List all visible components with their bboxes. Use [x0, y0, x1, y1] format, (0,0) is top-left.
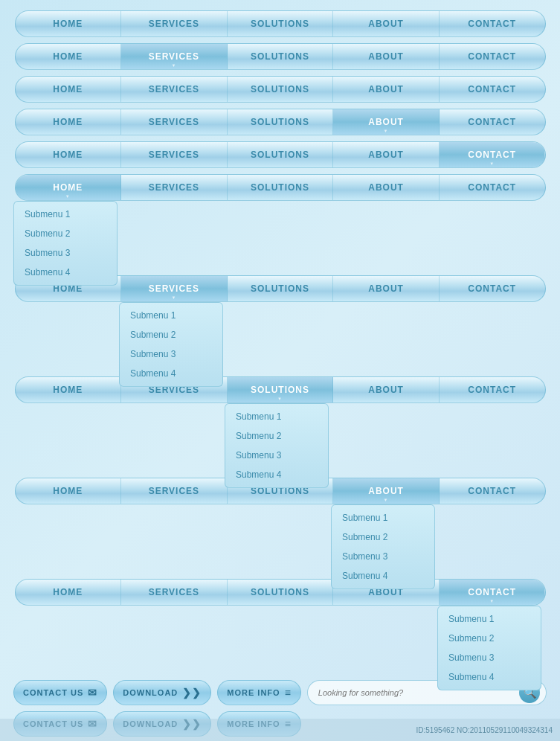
nav-row-2: HOME SERVICES SOLUTIONS ABOUT CONTACT [13, 43, 547, 70]
nav-row-4: HOME SERVICES SOLUTIONS ABOUT CONTACT [13, 109, 547, 135]
nav-home-8[interactable]: HOME [16, 377, 122, 402]
nav-contact-9[interactable]: CONTACT [440, 478, 545, 504]
nav-contact-3[interactable]: CONTACT [440, 77, 545, 102]
dropdown-home: Submenu 1 Submenu 2 Submenu 3 Submenu 4 [13, 201, 118, 286]
footer-text: ID:5195462 NO:20110529110049324314 [416, 726, 553, 734]
nav-about-8[interactable]: ABOUT [333, 377, 440, 402]
nav-about-5[interactable]: ABOUT [333, 142, 440, 167]
nav-services-5[interactable]: SERVICES [121, 142, 228, 167]
nav-solutions-6[interactable]: SOLUTIONS [228, 175, 334, 200]
nav-contact-1[interactable]: CONTACT [440, 11, 545, 36]
nav-solutions-7[interactable]: SOLUTIONS [228, 276, 334, 301]
dropdown-services: Submenu 1 Submenu 2 Submenu 3 Submenu 4 [119, 302, 223, 387]
submenu-solutions-3[interactable]: Submenu 3 [225, 446, 328, 465]
nav-services-4[interactable]: SERVICES [121, 109, 228, 135]
nav-about-6[interactable]: ABOUT [333, 175, 440, 200]
nav-contact-6[interactable]: CONTACT [440, 175, 545, 200]
nav-services-9[interactable]: SERVICES [121, 478, 228, 504]
nav-contact-7[interactable]: CONTACT [440, 276, 545, 301]
submenu-contact-4[interactable]: Submenu 4 [438, 667, 541, 687]
submenu-solutions-2[interactable]: Submenu 2 [225, 426, 328, 446]
download-icon-1: ❯❯ [182, 687, 202, 699]
nav-home-10[interactable]: HOME [16, 580, 122, 605]
dropdown-contact: Submenu 1 Submenu 2 Submenu 3 Submenu 4 [437, 606, 541, 690]
nav-home-3[interactable]: HOME [16, 77, 122, 102]
submenu-home-4[interactable]: Submenu 4 [14, 263, 117, 282]
nav-contact-10[interactable]: CONTACT [440, 580, 545, 605]
nav-services-7[interactable]: SERVICES [121, 276, 228, 301]
nav-about-7[interactable]: ABOUT [333, 276, 440, 301]
submenu-home-3[interactable]: Submenu 3 [14, 243, 117, 263]
submenu-home-2[interactable]: Submenu 2 [14, 224, 117, 243]
more-info-button-1[interactable]: MORE INFO ≡ [217, 680, 301, 705]
submenu-home-1[interactable]: Submenu 1 [14, 205, 117, 224]
nav-about-9[interactable]: ABOUT [333, 478, 440, 504]
submenu-contact-2[interactable]: Submenu 2 [438, 629, 541, 648]
more-info-label-1: MORE INFO [227, 688, 280, 697]
dropdown-about: Submenu 1 Submenu 2 Submenu 3 Submenu 4 [331, 504, 435, 589]
nav-services-10[interactable]: SERVICES [121, 580, 228, 605]
nav-home-9[interactable]: HOME [16, 478, 122, 504]
nav-about-3[interactable]: ABOUT [333, 77, 440, 102]
nav-home-4[interactable]: HOME [16, 109, 122, 135]
nav-home-1[interactable]: HOME [16, 11, 122, 36]
nav-row-6: HOME SERVICES SOLUTIONS ABOUT CONTACT Su… [13, 174, 547, 201]
submenu-solutions-1[interactable]: Submenu 1 [225, 407, 328, 426]
download-button-1[interactable]: DOWNLOAD ❯❯ [113, 680, 211, 705]
footer-bar: ID:5195462 NO:20110529110049324314 [0, 719, 560, 741]
download-label-1: DOWNLOAD [123, 688, 178, 697]
nav-solutions-10[interactable]: SOLUTIONS [228, 580, 334, 605]
dropdown-solutions: Submenu 1 Submenu 2 Submenu 3 Submenu 4 [225, 403, 329, 488]
nav-solutions-4[interactable]: SOLUTIONS [228, 109, 334, 135]
nav-solutions-3[interactable]: SOLUTIONS [228, 77, 334, 102]
nav-services-6[interactable]: SERVICES [121, 175, 228, 200]
nav-contact-8[interactable]: CONTACT [440, 377, 545, 402]
nav-solutions-1[interactable]: SOLUTIONS [228, 11, 334, 36]
contact-us-label-1: CONTACT US [23, 688, 83, 697]
submenu-contact-1[interactable]: Submenu 1 [438, 609, 541, 629]
nav-about-4[interactable]: ABOUT [333, 109, 440, 135]
nav-solutions-8[interactable]: SOLUTIONS [228, 377, 334, 402]
nav-contact-2[interactable]: CONTACT [440, 44, 545, 69]
mail-icon-1: ✉ [88, 687, 97, 699]
submenu-services-2[interactable]: Submenu 2 [120, 325, 222, 344]
nav-home-2[interactable]: HOME [16, 44, 122, 69]
submenu-solutions-4[interactable]: Submenu 4 [225, 465, 328, 484]
nav-services-3[interactable]: SERVICES [121, 77, 228, 102]
nav-services-1[interactable]: SERVICES [121, 11, 228, 36]
nav-services-2[interactable]: SERVICES [121, 44, 228, 69]
nav-home-6[interactable]: HOME [16, 175, 122, 200]
nav-solutions-5[interactable]: SOLUTIONS [228, 142, 334, 167]
submenu-contact-3[interactable]: Submenu 3 [438, 648, 541, 667]
nav-about-2[interactable]: ABOUT [333, 44, 440, 69]
submenu-about-1[interactable]: Submenu 1 [332, 508, 434, 527]
contact-us-button-1[interactable]: CONTACT US ✉ [13, 680, 107, 705]
nav-row-8: HOME SERVICES SOLUTIONS ABOUT CONTACT Su… [13, 376, 547, 403]
submenu-about-4[interactable]: Submenu 4 [332, 566, 434, 586]
info-icon-1: ≡ [285, 687, 292, 699]
submenu-services-4[interactable]: Submenu 4 [120, 364, 222, 383]
nav-contact-5[interactable]: CONTACT [440, 142, 545, 167]
nav-row-5: HOME SERVICES SOLUTIONS ABOUT CONTACT [13, 141, 547, 168]
submenu-about-3[interactable]: Submenu 3 [332, 547, 434, 566]
nav-solutions-2[interactable]: SOLUTIONS [228, 44, 334, 69]
nav-home-5[interactable]: HOME [16, 142, 122, 167]
submenu-about-2[interactable]: Submenu 2 [332, 527, 434, 547]
submenu-services-3[interactable]: Submenu 3 [120, 344, 222, 364]
submenu-services-1[interactable]: Submenu 1 [120, 306, 222, 325]
nav-row-1: HOME SERVICES SOLUTIONS ABOUT CONTACT [13, 10, 547, 37]
nav-row-3: HOME SERVICES SOLUTIONS ABOUT CONTACT [13, 76, 547, 103]
nav-row-10: HOME SERVICES SOLUTIONS ABOUT CONTACT Su… [13, 579, 547, 606]
nav-about-1[interactable]: ABOUT [333, 11, 440, 36]
nav-contact-4[interactable]: CONTACT [440, 109, 545, 135]
